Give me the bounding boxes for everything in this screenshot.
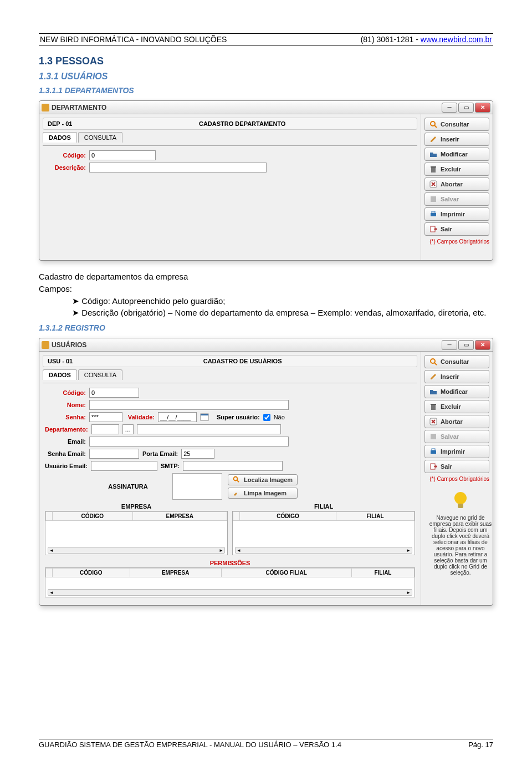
search-icon — [429, 358, 437, 366]
tab-dados[interactable]: DADOS — [43, 369, 77, 380]
svg-rect-7 — [431, 213, 436, 216]
grid-filial[interactable]: CÓDIGOFILIAL ◄► — [232, 511, 415, 555]
maximize-button[interactable]: ▭ — [458, 103, 474, 113]
input-smtp[interactable] — [183, 461, 283, 471]
tab-consulta[interactable]: CONSULTA — [78, 132, 122, 143]
scrollbar[interactable]: ◄► — [48, 547, 225, 554]
svg-line-16 — [434, 363, 437, 365]
input-depto[interactable] — [91, 424, 119, 434]
svg-rect-4 — [431, 166, 436, 168]
sair-button[interactable]: Sair — [424, 222, 489, 236]
svg-rect-17 — [431, 405, 436, 410]
calendar-icon[interactable] — [200, 413, 209, 422]
exit-icon — [429, 463, 437, 470]
window-title: DEPARTAMENTO — [52, 104, 106, 111]
label-super: Super usuário: — [217, 414, 260, 420]
header-right: (81) 3061-1281 - www.newbird.com.br — [361, 35, 492, 44]
close-button[interactable]: ✕ — [475, 340, 490, 350]
salvar-button[interactable]: Salvar — [424, 192, 489, 206]
tip-text: Navegue no grid de empresa para exibir s… — [427, 515, 494, 576]
input-email[interactable] — [89, 437, 289, 447]
cancel-icon — [429, 180, 437, 188]
form-heading: CADASTRO DE USUÁRIOS — [203, 358, 282, 364]
svg-point-24 — [454, 492, 467, 504]
label-senha: Senha: — [45, 414, 86, 420]
inserir-button[interactable]: Inserir — [424, 133, 489, 146]
tab-consulta[interactable]: CONSULTA — [78, 369, 122, 380]
minimize-button[interactable]: ─ — [442, 103, 457, 113]
input-porta[interactable] — [181, 449, 214, 459]
tab-dados[interactable]: DADOS — [43, 132, 77, 143]
excluir-button[interactable]: Excluir — [424, 163, 489, 176]
header-left: NEW BIRD INFORMÁTICA - INOVANDO SOLUÇÕES — [40, 35, 227, 44]
input-depto-desc[interactable] — [137, 424, 281, 434]
label-codigo: Código: — [45, 152, 86, 159]
label-assinatura: ASSINATURA — [89, 483, 167, 490]
input-validade[interactable] — [158, 412, 197, 422]
label-nome: Nome: — [45, 402, 86, 408]
input-senha-email[interactable] — [89, 449, 139, 459]
sair-button[interactable]: Sair — [424, 460, 489, 473]
code-label: DEP - 01 — [48, 120, 72, 127]
brush-icon — [233, 489, 241, 497]
label-depto: Departamento: — [45, 426, 88, 433]
print-icon — [429, 210, 437, 218]
bullet2: ➤ Descrição (obrigatório) – Nome do depa… — [72, 307, 493, 319]
form-heading: CADASTRO DEPARTAMENTO — [199, 120, 285, 127]
modificar-button[interactable]: Modificar — [424, 385, 489, 398]
close-button[interactable]: ✕ — [475, 103, 490, 113]
abortar-button[interactable]: Abortar — [424, 415, 489, 428]
minimize-button[interactable]: ─ — [442, 340, 457, 350]
svg-rect-18 — [431, 404, 436, 405]
abortar-button[interactable]: Abortar — [424, 177, 489, 191]
input-senha[interactable] — [89, 412, 122, 422]
inserir-button[interactable]: Inserir — [424, 370, 489, 383]
input-codigo[interactable] — [89, 388, 139, 398]
svg-line-14 — [237, 480, 239, 482]
section-pessoas: 1.3 PESSOAS — [39, 55, 493, 67]
checkbox-super[interactable] — [263, 414, 270, 421]
input-descricao[interactable] — [89, 163, 267, 173]
page-footer: GUARDIÃO SISTEMA DE GESTÃO EMPRESARIAL -… — [39, 740, 493, 749]
super-value: Não — [274, 414, 285, 420]
window-departamento: DEPARTAMENTO ─ ▭ ✕ DEP - 01 CADASTRO DEP… — [39, 100, 493, 261]
label-porta: Porta Email: — [142, 450, 178, 457]
grid-empresa[interactable]: CÓDIGOEMPRESA ◄► — [45, 511, 228, 555]
input-usuario-email[interactable] — [91, 461, 157, 471]
label-descricao: Descrição: — [45, 164, 86, 171]
consultar-button[interactable]: Consultar — [424, 118, 489, 131]
svg-rect-8 — [432, 211, 435, 213]
imprimir-button[interactable]: Imprimir — [424, 445, 489, 458]
modificar-button[interactable]: Modificar — [424, 148, 489, 161]
folder-icon — [429, 150, 437, 158]
imprimir-button[interactable]: Imprimir — [424, 207, 489, 221]
label-email: Email: — [45, 438, 86, 445]
lookup-depto-button[interactable]: … — [122, 424, 134, 434]
page-header: NEW BIRD INFORMÁTICA - INOVANDO SOLUÇÕES… — [39, 35, 493, 45]
header-link[interactable]: www.newbird.com.br — [421, 35, 492, 44]
body-line2: Campos: — [39, 283, 493, 295]
maximize-button[interactable]: ▭ — [458, 340, 474, 350]
excluir-button[interactable]: Excluir — [424, 400, 489, 413]
signature-box — [172, 473, 222, 500]
label-smtp: SMTP: — [161, 463, 180, 469]
bulb-icon — [449, 489, 472, 511]
scrollbar[interactable]: ◄► — [48, 589, 412, 596]
scrollbar[interactable]: ◄► — [235, 547, 412, 554]
grid-permissoes[interactable]: CÓDIGOEMPRESACÓDIGO FILIALFILIAL ◄► — [45, 567, 415, 597]
input-nome[interactable] — [89, 400, 289, 410]
salvar-button[interactable]: Salvar — [424, 430, 489, 443]
input-codigo[interactable] — [89, 150, 156, 160]
svg-rect-21 — [431, 450, 436, 454]
limpa-imagem-button[interactable]: Limpa Imagem — [228, 488, 298, 499]
label-codigo: Código: — [45, 389, 86, 396]
window-usuarios: USUÁRIOS ─ ▭ ✕ USU - 01 CADASTRO DE USUÁ… — [39, 338, 493, 606]
consultar-button[interactable]: Consultar — [424, 355, 489, 368]
section-registro: 1.3.1.2 REGISTRO — [39, 323, 493, 332]
localiza-imagem-button[interactable]: Localiza Imagem — [228, 474, 298, 485]
svg-rect-3 — [431, 168, 436, 173]
label-senha-email: Senha Email: — [45, 450, 86, 457]
required-note: (*) Campos Obrigatórios — [424, 476, 489, 482]
grid-title-filial: FILIAL — [232, 502, 415, 511]
footer-right: Pág. 17 — [468, 740, 493, 749]
